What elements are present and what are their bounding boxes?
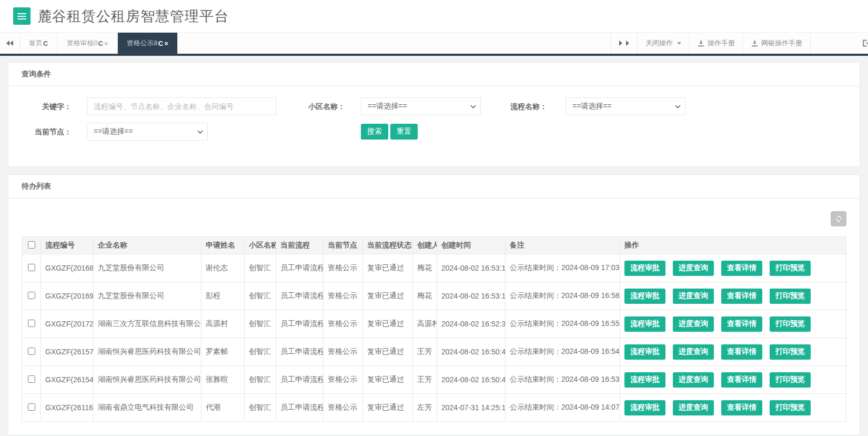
close-operations-dropdown[interactable]: 关闭操作: [637, 33, 689, 54]
operation-manual-button[interactable]: 操作手册: [689, 33, 743, 54]
cell-creator: 左芳: [413, 394, 437, 422]
chevron-down-icon: [675, 104, 681, 110]
process-approval-button[interactable]: 流程审批: [624, 400, 665, 415]
tabs-scroll-left-button[interactable]: [0, 33, 20, 54]
print-preview-button[interactable]: 打印预览: [770, 344, 811, 360]
search-form: 关键字： 小区名称： ==请选择== 流程名称： ==请选择== 当前节点： =…: [8, 86, 860, 166]
row-checkbox[interactable]: [28, 403, 35, 411]
process-approval-button[interactable]: 流程审批: [624, 344, 665, 360]
row-checkbox[interactable]: [28, 292, 35, 299]
cell-current-node: 资格公示: [324, 282, 363, 310]
table-row: GXGZF(26116)湖南省鼎立电气科技有限公司代潮创智汇员工申请流程资格公示…: [22, 394, 846, 422]
cell-current-process-status: 复审已通过: [363, 254, 413, 282]
print-preview-button[interactable]: 打印预览: [770, 261, 811, 276]
select-all-checkbox[interactable]: [28, 241, 35, 249]
cell-created-time: 2024-08-02 16:53:15: [437, 282, 506, 310]
cell-community-name: 创智汇: [245, 366, 276, 394]
tabbar-actions: 关闭操作 操作手册 网银操作手册: [611, 33, 868, 54]
download-icon: [751, 40, 758, 47]
tab-qualification-publicity[interactable]: 资格公示8 C ×: [118, 33, 178, 54]
cell-select: [22, 394, 41, 422]
process-approval-button[interactable]: 流程审批: [624, 316, 665, 332]
search-panel-title: 查询条件: [8, 63, 860, 86]
cell-remark: 公示结束时间：2024-08-09 16:53:36: [506, 366, 620, 394]
print-preview-button[interactable]: 打印预览: [770, 372, 811, 388]
menu-toggle-button[interactable]: [13, 7, 31, 25]
progress-query-button[interactable]: 进度查询: [673, 261, 714, 276]
current-node-select[interactable]: ==请选择==: [87, 123, 208, 141]
view-details-button[interactable]: 查看详情: [721, 289, 762, 304]
cell-created-time: 2024-07-31 14:25:16: [437, 394, 506, 422]
progress-query-button[interactable]: 进度查询: [673, 316, 714, 332]
search-button[interactable]: 搜索: [361, 124, 388, 140]
keyword-label: 关键字：: [8, 97, 72, 115]
tab-refresh-icon[interactable]: C: [98, 39, 103, 47]
view-details-button[interactable]: 查看详情: [721, 316, 762, 332]
tab-refresh-icon[interactable]: C: [43, 39, 48, 47]
keyword-input[interactable]: [87, 97, 276, 115]
sign-out-button[interactable]: [810, 33, 868, 54]
cell-created-time: 2024-08-02 16:52:34: [437, 310, 506, 338]
community-label: 小区名称：: [271, 97, 345, 115]
cell-remark: 公示结束时间：2024-08-09 14:07:54: [506, 394, 620, 422]
cell-company-name: 九芝堂股份有限公司: [94, 254, 201, 282]
cell-select: [22, 338, 41, 366]
print-preview-button[interactable]: 打印预览: [770, 400, 811, 415]
cell-applicant-name: 张雅暄: [201, 366, 245, 394]
print-preview-button[interactable]: 打印预览: [770, 316, 811, 332]
double-chevron-right-icon: [619, 41, 622, 46]
cell-creator: 高源村: [413, 310, 437, 338]
download-icon: [698, 40, 704, 47]
tabs-scroll-right-button[interactable]: [611, 33, 637, 54]
progress-query-button[interactable]: 进度查询: [673, 289, 714, 304]
cell-actions: 流程审批进度查询查看详情打印预览: [620, 338, 846, 366]
refresh-table-button[interactable]: [831, 211, 846, 226]
cell-actions: 流程审批进度查询查看详情打印预览: [620, 366, 846, 394]
view-details-button[interactable]: 查看详情: [721, 344, 762, 360]
community-select[interactable]: ==请选择==: [361, 97, 481, 115]
view-details-button[interactable]: 查看详情: [721, 400, 762, 415]
cell-community-name: 创智汇: [245, 254, 276, 282]
progress-query-button[interactable]: 进度查询: [673, 400, 714, 415]
process-approval-button[interactable]: 流程审批: [624, 289, 665, 304]
sign-out-icon: [863, 39, 868, 47]
progress-query-button[interactable]: 进度查询: [673, 344, 714, 360]
row-checkbox[interactable]: [28, 264, 35, 271]
process-approval-button[interactable]: 流程审批: [624, 261, 665, 276]
print-preview-button[interactable]: 打印预览: [770, 289, 811, 304]
cell-process-code: GXGZF(26157): [41, 338, 94, 366]
tab-home[interactable]: 首页 C: [20, 33, 57, 54]
app-title: 麓谷租赁公租房智慧管理平台: [37, 7, 229, 26]
cell-current-process: 员工申请流程: [276, 310, 324, 338]
column-header-creator: 创建人: [413, 237, 437, 254]
cell-remark: 公示结束时间：2024-08-09 16:55:51: [506, 310, 620, 338]
view-details-button[interactable]: 查看详情: [721, 372, 762, 388]
tabs: 首页 C 资格审核0 C × 资格公示8 C ×: [20, 33, 178, 54]
process-name-select[interactable]: ==请选择==: [566, 97, 685, 115]
tab-qualification-review[interactable]: 资格审核0 C ×: [57, 33, 117, 54]
cell-current-process-status: 复审已通过: [363, 394, 413, 422]
cell-community-name: 创智汇: [245, 310, 276, 338]
cell-select: [22, 282, 41, 310]
view-details-button[interactable]: 查看详情: [721, 261, 762, 276]
cell-company-name: 湖南三次方互联信息科技有限公司: [94, 310, 201, 338]
todo-panel: 待办列表 流程编号企业名称申请姓名小区名称当前流程当前节点当前流程状态创建人创建…: [8, 174, 860, 435]
row-checkbox[interactable]: [28, 320, 35, 327]
cell-creator: 王芳: [413, 366, 437, 394]
cell-current-process-status: 复审已通过: [363, 282, 413, 310]
tab-refresh-icon[interactable]: C: [158, 39, 163, 47]
cell-creator: 梅花: [413, 282, 437, 310]
cell-applicant-name: 罗素帧: [201, 338, 245, 366]
reset-button[interactable]: 重置: [390, 124, 418, 140]
row-checkbox[interactable]: [28, 375, 35, 383]
process-approval-button[interactable]: 流程审批: [624, 372, 665, 388]
ebank-manual-button[interactable]: 网银操作手册: [743, 33, 810, 54]
cell-current-process-status: 复审已通过: [363, 310, 413, 338]
tab-close-icon[interactable]: ×: [104, 39, 108, 47]
cell-applicant-name: 谢伦志: [201, 254, 245, 282]
current-node-label: 当前节点：: [8, 123, 72, 141]
tab-close-icon[interactable]: ×: [164, 39, 168, 47]
chevron-down-icon: [197, 129, 203, 135]
progress-query-button[interactable]: 进度查询: [673, 372, 714, 388]
row-checkbox[interactable]: [28, 348, 35, 355]
